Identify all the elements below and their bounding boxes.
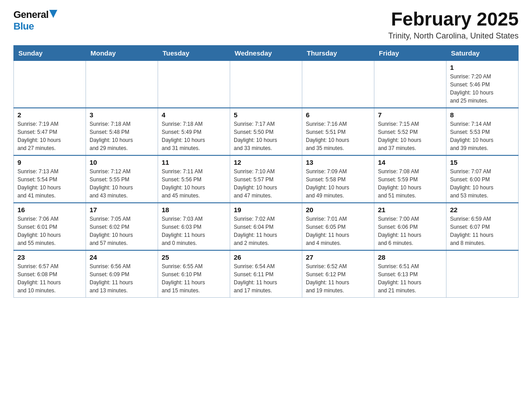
calendar-cell: [14, 61, 86, 108]
day-info: Sunrise: 7:18 AMSunset: 5:48 PMDaylight:…: [90, 120, 154, 152]
day-number: 23: [17, 253, 82, 261]
calendar-header-sunday: Sunday: [14, 46, 86, 61]
day-number: 16: [17, 206, 82, 214]
day-number: 3: [90, 111, 154, 119]
calendar-cell: 19Sunrise: 7:02 AMSunset: 6:04 PMDayligh…: [230, 203, 302, 250]
day-number: 18: [162, 206, 226, 214]
day-info: Sunrise: 7:15 AMSunset: 5:52 PMDaylight:…: [378, 120, 442, 152]
day-number: 2: [17, 111, 82, 119]
day-number: 13: [306, 158, 370, 166]
day-number: 20: [306, 206, 370, 214]
month-title: February 2025: [388, 9, 519, 30]
day-info: Sunrise: 6:56 AMSunset: 6:09 PMDaylight:…: [90, 262, 154, 295]
calendar-cell: 26Sunrise: 6:54 AMSunset: 6:11 PMDayligh…: [230, 250, 302, 298]
calendar-header-thursday: Thursday: [302, 46, 374, 61]
day-info: Sunrise: 7:19 AMSunset: 5:47 PMDaylight:…: [17, 120, 82, 152]
day-number: 7: [378, 111, 442, 119]
calendar-week-row: 16Sunrise: 7:06 AMSunset: 6:01 PMDayligh…: [14, 203, 519, 250]
day-info: Sunrise: 7:00 AMSunset: 6:06 PMDaylight:…: [378, 215, 442, 247]
day-number: 17: [90, 206, 154, 214]
calendar-cell: 24Sunrise: 6:56 AMSunset: 6:09 PMDayligh…: [86, 250, 158, 298]
calendar-cell: 6Sunrise: 7:16 AMSunset: 5:51 PMDaylight…: [302, 108, 374, 155]
calendar-header-row: SundayMondayTuesdayWednesdayThursdayFrid…: [14, 46, 519, 61]
day-number: 12: [234, 158, 298, 166]
calendar-cell: 9Sunrise: 7:13 AMSunset: 5:54 PMDaylight…: [14, 155, 86, 203]
day-info: Sunrise: 7:05 AMSunset: 6:02 PMDaylight:…: [90, 215, 154, 247]
day-info: Sunrise: 7:14 AMSunset: 5:53 PMDaylight:…: [450, 120, 515, 152]
calendar-header-saturday: Saturday: [446, 46, 519, 61]
day-info: Sunrise: 7:06 AMSunset: 6:01 PMDaylight:…: [17, 215, 82, 247]
calendar-header-friday: Friday: [374, 46, 446, 61]
day-number: 22: [450, 206, 515, 214]
calendar-cell: 12Sunrise: 7:10 AMSunset: 5:57 PMDayligh…: [230, 155, 302, 203]
day-info: Sunrise: 6:59 AMSunset: 6:07 PMDaylight:…: [450, 215, 515, 247]
logo-blue-text: Blue: [13, 21, 34, 32]
calendar-cell: [374, 61, 446, 108]
day-number: 11: [162, 158, 226, 166]
day-number: 6: [306, 111, 370, 119]
calendar-cell: 3Sunrise: 7:18 AMSunset: 5:48 PMDaylight…: [86, 108, 158, 155]
day-info: Sunrise: 7:11 AMSunset: 5:56 PMDaylight:…: [162, 167, 226, 200]
day-number: 4: [162, 111, 226, 119]
day-number: 26: [234, 253, 298, 261]
calendar-cell: 4Sunrise: 7:18 AMSunset: 5:49 PMDaylight…: [158, 108, 230, 155]
calendar-week-row: 2Sunrise: 7:19 AMSunset: 5:47 PMDaylight…: [14, 108, 519, 155]
calendar-cell: 11Sunrise: 7:11 AMSunset: 5:56 PMDayligh…: [158, 155, 230, 203]
calendar-cell: [446, 250, 519, 298]
calendar-header-monday: Monday: [86, 46, 158, 61]
calendar-cell: [158, 61, 230, 108]
svg-marker-0: [49, 10, 57, 18]
calendar-cell: 23Sunrise: 6:57 AMSunset: 6:08 PMDayligh…: [14, 250, 86, 298]
calendar-cell: 27Sunrise: 6:52 AMSunset: 6:12 PMDayligh…: [302, 250, 374, 298]
day-info: Sunrise: 7:03 AMSunset: 6:03 PMDaylight:…: [162, 215, 226, 247]
day-number: 25: [162, 253, 226, 261]
day-info: Sunrise: 7:13 AMSunset: 5:54 PMDaylight:…: [17, 167, 82, 200]
day-info: Sunrise: 6:52 AMSunset: 6:12 PMDaylight:…: [306, 262, 370, 295]
day-info: Sunrise: 7:18 AMSunset: 5:49 PMDaylight:…: [162, 120, 226, 152]
day-number: 15: [450, 158, 515, 166]
calendar-cell: 15Sunrise: 7:07 AMSunset: 6:00 PMDayligh…: [446, 155, 519, 203]
calendar-week-row: 23Sunrise: 6:57 AMSunset: 6:08 PMDayligh…: [14, 250, 519, 298]
title-block: February 2025 Trinity, North Carolina, U…: [388, 9, 519, 41]
calendar-cell: 16Sunrise: 7:06 AMSunset: 6:01 PMDayligh…: [14, 203, 86, 250]
day-number: 10: [90, 158, 154, 166]
day-info: Sunrise: 7:10 AMSunset: 5:57 PMDaylight:…: [234, 167, 298, 200]
day-info: Sunrise: 7:01 AMSunset: 6:05 PMDaylight:…: [306, 215, 370, 247]
day-info: Sunrise: 7:20 AMSunset: 5:46 PMDaylight:…: [450, 73, 515, 105]
logo-general-text: General: [13, 9, 48, 21]
calendar-cell: 20Sunrise: 7:01 AMSunset: 6:05 PMDayligh…: [302, 203, 374, 250]
day-info: Sunrise: 6:51 AMSunset: 6:13 PMDaylight:…: [378, 262, 442, 295]
calendar-cell: 21Sunrise: 7:00 AMSunset: 6:06 PMDayligh…: [374, 203, 446, 250]
day-number: 19: [234, 206, 298, 214]
day-info: Sunrise: 7:09 AMSunset: 5:58 PMDaylight:…: [306, 167, 370, 200]
calendar-cell: [230, 61, 302, 108]
calendar-cell: 8Sunrise: 7:14 AMSunset: 5:53 PMDaylight…: [446, 108, 519, 155]
calendar-cell: 5Sunrise: 7:17 AMSunset: 5:50 PMDaylight…: [230, 108, 302, 155]
calendar-cell: 18Sunrise: 7:03 AMSunset: 6:03 PMDayligh…: [158, 203, 230, 250]
day-number: 14: [378, 158, 442, 166]
day-info: Sunrise: 6:57 AMSunset: 6:08 PMDaylight:…: [17, 262, 82, 295]
calendar-cell: 14Sunrise: 7:08 AMSunset: 5:59 PMDayligh…: [374, 155, 446, 203]
calendar-cell: 13Sunrise: 7:09 AMSunset: 5:58 PMDayligh…: [302, 155, 374, 203]
calendar-cell: [86, 61, 158, 108]
calendar-cell: 1Sunrise: 7:20 AMSunset: 5:46 PMDaylight…: [446, 61, 519, 108]
calendar-header-tuesday: Tuesday: [158, 46, 230, 61]
calendar-cell: 25Sunrise: 6:55 AMSunset: 6:10 PMDayligh…: [158, 250, 230, 298]
day-number: 8: [450, 111, 515, 119]
calendar-header-wednesday: Wednesday: [230, 46, 302, 61]
calendar-cell: [302, 61, 374, 108]
logo-arrow-icon: [49, 10, 57, 18]
page-header: General Blue February 2025 Trinity, Nort…: [13, 9, 519, 41]
day-info: Sunrise: 7:02 AMSunset: 6:04 PMDaylight:…: [234, 215, 298, 247]
day-info: Sunrise: 7:17 AMSunset: 5:50 PMDaylight:…: [234, 120, 298, 152]
day-number: 5: [234, 111, 298, 119]
day-number: 27: [306, 253, 370, 261]
calendar-cell: 22Sunrise: 6:59 AMSunset: 6:07 PMDayligh…: [446, 203, 519, 250]
day-number: 21: [378, 206, 442, 214]
day-number: 1: [450, 64, 515, 71]
day-number: 9: [17, 158, 82, 166]
day-info: Sunrise: 7:16 AMSunset: 5:51 PMDaylight:…: [306, 120, 370, 152]
logo: General Blue: [13, 9, 57, 32]
calendar-week-row: 9Sunrise: 7:13 AMSunset: 5:54 PMDaylight…: [14, 155, 519, 203]
calendar-cell: 7Sunrise: 7:15 AMSunset: 5:52 PMDaylight…: [374, 108, 446, 155]
